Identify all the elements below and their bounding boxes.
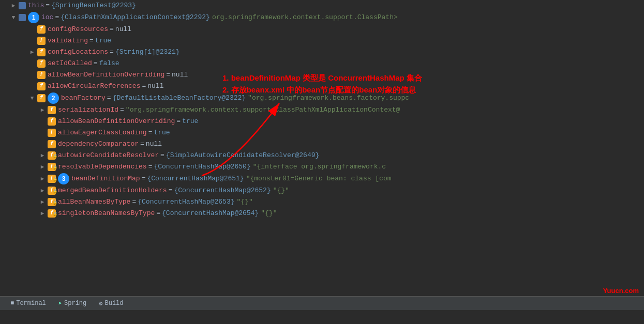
watermark: Yuucn.com bbox=[603, 287, 639, 295]
tree-row-resolvabledepenencies[interactable]: f resolvableDependencies = {ConcurrentHa… bbox=[7, 161, 644, 173]
tab-terminal-label: Terminal bbox=[16, 300, 46, 307]
val-configlocations: {String[1]@2321} bbox=[115, 47, 180, 57]
val-ioc-str: org.springframework.context.support.Clas… bbox=[212, 12, 398, 23]
tree-row-validating[interactable]: f validating = true bbox=[7, 35, 644, 47]
tree-row-mergedbeandefinitionholders[interactable]: f mergedBeanDefinitionHolders = {Concurr… bbox=[7, 185, 644, 196]
field-icon-allowbeandefinitionoverriding2: f bbox=[48, 117, 56, 126]
var-beandefinitionmap: beanDefinitionMap bbox=[71, 174, 140, 184]
expand-mergedbeandefinitionholders[interactable] bbox=[38, 187, 47, 195]
field-icon-validating: f bbox=[37, 37, 46, 45]
var-allowbeandefinitionoverriding2: allowBeanDefinitionOverriding bbox=[58, 116, 175, 127]
annotation-box: 1. beanDefinitionMap 类型是 ConcurrentHashM… bbox=[222, 72, 422, 96]
tab-terminal[interactable]: ■ Terminal bbox=[4, 298, 52, 309]
tab-build-label: Build bbox=[105, 300, 124, 307]
field-icon-dependencycomparator: f bbox=[48, 140, 56, 148]
tree-row-dependencycomparator[interactable]: f dependencyComparator = null bbox=[7, 138, 644, 150]
tab-build[interactable]: ⚙ Build bbox=[93, 298, 129, 310]
val-this: {SpringBeanTest@2293} bbox=[51, 1, 136, 11]
tree-row-allowbeandefinitionoverriding2[interactable]: f allowBeanDefinitionOverriding = true bbox=[7, 116, 644, 127]
val-validating: true bbox=[95, 36, 111, 46]
val-allowbeandefinitionoverriding2: true bbox=[182, 116, 198, 127]
var-dependencycomparator: dependencyComparator bbox=[58, 139, 139, 149]
var-mergedbeandefinitionholders: mergedBeanDefinitionHolders bbox=[58, 186, 167, 196]
field-icon-beandefinitionmap: f bbox=[48, 175, 56, 183]
val-mergedbeandefinitionholders-str: "{}" bbox=[273, 186, 289, 196]
tree-row-singletonbeannamesbytype[interactable]: f singletonBeanNamesByType = {Concurrent… bbox=[7, 208, 644, 219]
tree-row-alloweagerclassloading[interactable]: f allowEagerClassLoading = true bbox=[7, 127, 644, 138]
expand-allbeannamesbytype[interactable] bbox=[38, 198, 47, 206]
val-allowcircularreferences: null bbox=[147, 81, 163, 91]
field-icon-allowbeandefinitionoverriding: f bbox=[37, 71, 46, 79]
this-icon bbox=[19, 2, 26, 9]
val-resolvabledepenencies-str: "{interface org.springframework.c bbox=[253, 162, 386, 172]
tab-spring[interactable]: ➤ Spring bbox=[52, 298, 93, 310]
var-beanfactory: beanFactory bbox=[61, 93, 106, 103]
val-configresources: null bbox=[115, 24, 131, 35]
var-ioc: ioc bbox=[41, 12, 53, 23]
annotation-line2: 2. 存放beanx.xml 中的bean节点配置的bean对象的信息 bbox=[222, 84, 422, 96]
no-arrow bbox=[38, 129, 47, 137]
val-allbeannamesbytype: {ConcurrentHashMap@2653} bbox=[138, 197, 234, 207]
field-icon-mergedbeandefinitionholders: f bbox=[48, 187, 56, 195]
build-icon: ⚙ bbox=[99, 300, 102, 307]
field-icon-alloweagerclassloading: f bbox=[48, 129, 56, 137]
no-arrow bbox=[38, 117, 47, 126]
tree-row-setidcalled[interactable]: f setIdCalled = false bbox=[7, 58, 644, 69]
tree-row-autowirecandidateresolver[interactable]: f autowireCandidateResolver = {SimpleAut… bbox=[7, 150, 644, 161]
tree-row-beandefinitionmap[interactable]: f 3 beanDefinitionMap = {ConcurrentHashM… bbox=[7, 173, 644, 185]
debug-panel: this = {SpringBeanTest@2293} 1 ioc = {Cl… bbox=[0, 0, 644, 310]
val-allowbeandefinitionoverriding: null bbox=[172, 70, 188, 80]
tree-row-ioc[interactable]: 1 ioc = {ClassPathXmlApplicationContext@… bbox=[7, 11, 644, 24]
expand-beandefinitionmap[interactable] bbox=[38, 175, 47, 183]
no-arrow bbox=[28, 82, 36, 90]
var-setidcalled: setIdCalled bbox=[48, 58, 92, 69]
var-singletonbeannamesbytype: singletonBeanNamesByType bbox=[58, 208, 155, 219]
expand-singletonbeannamesbytype[interactable] bbox=[38, 209, 47, 218]
badge-2: 2 bbox=[48, 92, 59, 104]
val-allbeannamesbytype-str: "{}" bbox=[236, 197, 252, 207]
var-allowbeandefinitionoverriding: allowBeanDefinitionOverriding bbox=[48, 70, 164, 80]
field-icon-singletonbeannamesbytype: f bbox=[48, 209, 56, 218]
tree-row-this[interactable]: this = {SpringBeanTest@2293} bbox=[7, 0, 644, 11]
val-beandefinitionmap: {ConcurrentHashMap@2651} bbox=[147, 174, 244, 184]
var-autowirecandidateresolver: autowireCandidateResolver bbox=[58, 150, 159, 161]
var-serializationid: serializationId bbox=[58, 105, 118, 115]
val-resolvabledepenencies: {ConcurrentHashMap@2650} bbox=[154, 162, 250, 172]
expand-resolvabledepenencies[interactable] bbox=[38, 163, 47, 171]
tree-row-configlocations[interactable]: f configLocations = {String[1]@2321} bbox=[7, 47, 644, 58]
field-icon-configresources: f bbox=[37, 25, 46, 34]
expand-ioc[interactable] bbox=[9, 13, 18, 22]
val-setidcalled: false bbox=[99, 58, 119, 69]
expand-autowirecandidateresolver[interactable] bbox=[38, 151, 47, 160]
expand-configlocations[interactable] bbox=[28, 48, 36, 56]
expand-beanfactory[interactable] bbox=[28, 94, 36, 102]
tree-row-configresources[interactable]: f configResources = null bbox=[7, 24, 644, 35]
val-beandefinitionmap-str: "{monster01=Generic bean: class [com bbox=[246, 174, 392, 184]
var-allowcircularreferences: allowCircularReferences bbox=[48, 81, 140, 91]
val-alloweagerclassloading: true bbox=[154, 128, 170, 138]
field-icon-allbeannamesbytype: f bbox=[48, 198, 56, 206]
annotation-line1: 1. beanDefinitionMap 类型是 ConcurrentHashM… bbox=[222, 72, 422, 84]
tree-row-serializationid[interactable]: f serializationId = "org.springframework… bbox=[7, 104, 644, 116]
no-arrow bbox=[28, 37, 36, 45]
val-ioc: {ClassPathXmlApplicationContext@2292} bbox=[61, 12, 210, 23]
var-configresources: configResources bbox=[48, 24, 108, 35]
spring-icon: ➤ bbox=[58, 300, 62, 307]
no-arrow bbox=[38, 140, 47, 148]
val-mergedbeandefinitionholders: {ConcurrentHashMap@2652} bbox=[174, 186, 271, 196]
field-icon-beanfactory: f bbox=[37, 94, 46, 102]
badge-1: 1 bbox=[28, 12, 39, 23]
tree-row-allbeannamesbytype[interactable]: f allBeanNamesByType = {ConcurrentHashMa… bbox=[7, 196, 644, 208]
expand-this[interactable] bbox=[9, 2, 18, 10]
terminal-icon: ■ bbox=[10, 300, 14, 307]
no-arrow bbox=[28, 71, 36, 79]
var-this: this bbox=[28, 1, 44, 11]
field-icon-autowirecandidateresolver: f bbox=[48, 151, 56, 160]
expand-serializationid[interactable] bbox=[38, 106, 47, 114]
no-arrow bbox=[28, 25, 36, 34]
ioc-icon bbox=[19, 14, 26, 21]
var-allbeannamesbytype: allBeanNamesByType bbox=[58, 197, 130, 207]
val-singletonbeannamesbytype-str: "{}" bbox=[261, 208, 277, 219]
var-resolvabledepenencies: resolvableDependencies bbox=[58, 162, 147, 172]
field-icon-serializationid: f bbox=[48, 106, 56, 114]
